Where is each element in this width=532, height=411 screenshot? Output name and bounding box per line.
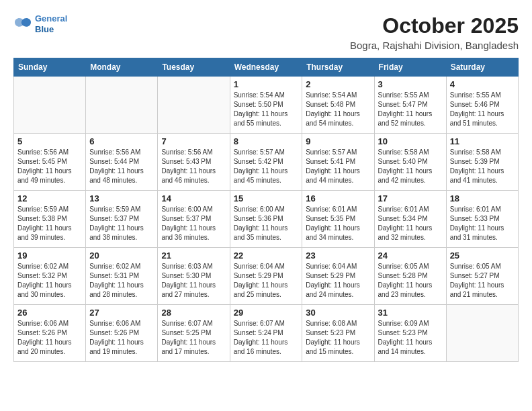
day-number: 8 xyxy=(234,136,299,146)
day-cell-30: 30Sunrise: 6:08 AM Sunset: 5:23 PM Dayli… xyxy=(302,305,374,362)
weekday-header-wednesday: Wednesday xyxy=(230,58,302,77)
day-info: Sunrise: 5:59 AM Sunset: 5:37 PM Dayligh… xyxy=(89,205,154,242)
day-info: Sunrise: 5:58 AM Sunset: 5:39 PM Dayligh… xyxy=(450,148,515,185)
day-info: Sunrise: 6:03 AM Sunset: 5:30 PM Dayligh… xyxy=(161,262,226,300)
day-cell-8: 8Sunrise: 5:57 AM Sunset: 5:42 PM Daylig… xyxy=(230,134,302,191)
day-cell-7: 7Sunrise: 5:56 AM Sunset: 5:43 PM Daylig… xyxy=(158,134,230,191)
day-number: 5 xyxy=(17,136,82,146)
day-cell-13: 13Sunrise: 5:59 AM Sunset: 5:37 PM Dayli… xyxy=(86,191,158,248)
weekday-header-friday: Friday xyxy=(374,58,446,77)
day-info: Sunrise: 6:00 AM Sunset: 5:36 PM Dayligh… xyxy=(234,205,299,242)
empty-cell xyxy=(446,305,518,362)
day-number: 4 xyxy=(450,79,515,89)
day-number: 20 xyxy=(89,250,154,261)
day-info: Sunrise: 5:54 AM Sunset: 5:50 PM Dayligh… xyxy=(234,91,299,128)
day-cell-27: 27Sunrise: 6:06 AM Sunset: 5:26 PM Dayli… xyxy=(86,305,158,362)
day-number: 16 xyxy=(306,193,370,203)
day-info: Sunrise: 6:07 AM Sunset: 5:25 PM Dayligh… xyxy=(161,319,226,357)
title-block: October 2025 Bogra, Rajshahi Division, B… xyxy=(350,13,519,51)
day-number: 25 xyxy=(450,250,515,261)
day-number: 23 xyxy=(306,250,370,261)
calendar-title: October 2025 xyxy=(350,13,519,38)
day-cell-17: 17Sunrise: 6:01 AM Sunset: 5:34 PM Dayli… xyxy=(374,191,446,248)
day-info: Sunrise: 6:01 AM Sunset: 5:34 PM Dayligh… xyxy=(378,205,443,242)
day-cell-5: 5Sunrise: 5:56 AM Sunset: 5:45 PM Daylig… xyxy=(14,134,86,191)
day-cell-9: 9Sunrise: 5:57 AM Sunset: 5:41 PM Daylig… xyxy=(302,134,374,191)
day-number: 29 xyxy=(234,308,299,318)
weekday-header-thursday: Thursday xyxy=(302,58,374,77)
day-info: Sunrise: 6:05 AM Sunset: 5:28 PM Dayligh… xyxy=(378,262,443,300)
logo-text: General Blue xyxy=(35,13,67,34)
empty-cell xyxy=(86,77,158,134)
day-info: Sunrise: 5:56 AM Sunset: 5:45 PM Dayligh… xyxy=(17,148,82,185)
day-cell-14: 14Sunrise: 6:00 AM Sunset: 5:37 PM Dayli… xyxy=(158,191,230,248)
day-cell-16: 16Sunrise: 6:01 AM Sunset: 5:35 PM Dayli… xyxy=(302,191,374,248)
day-number: 13 xyxy=(89,193,154,203)
day-number: 17 xyxy=(378,193,443,203)
day-number: 15 xyxy=(234,193,299,203)
day-number: 21 xyxy=(161,250,226,261)
day-info: Sunrise: 5:54 AM Sunset: 5:48 PM Dayligh… xyxy=(306,91,370,128)
day-info: Sunrise: 6:07 AM Sunset: 5:24 PM Dayligh… xyxy=(234,319,299,357)
day-info: Sunrise: 6:02 AM Sunset: 5:31 PM Dayligh… xyxy=(89,262,154,300)
day-info: Sunrise: 6:04 AM Sunset: 5:29 PM Dayligh… xyxy=(306,262,370,300)
day-cell-22: 22Sunrise: 6:04 AM Sunset: 5:29 PM Dayli… xyxy=(230,248,302,305)
day-number: 10 xyxy=(378,136,443,146)
calendar-table: SundayMondayTuesdayWednesdayThursdayFrid… xyxy=(13,58,519,362)
week-row-5: 26Sunrise: 6:06 AM Sunset: 5:26 PM Dayli… xyxy=(14,305,519,362)
day-info: Sunrise: 6:05 AM Sunset: 5:27 PM Dayligh… xyxy=(450,262,515,300)
day-number: 26 xyxy=(17,308,82,318)
day-number: 30 xyxy=(306,308,370,318)
day-number: 6 xyxy=(89,136,154,146)
day-cell-29: 29Sunrise: 6:07 AM Sunset: 5:24 PM Dayli… xyxy=(230,305,302,362)
day-number: 22 xyxy=(234,250,299,261)
calendar-subtitle: Bogra, Rajshahi Division, Bangladesh xyxy=(350,40,519,51)
weekday-header-tuesday: Tuesday xyxy=(158,58,230,77)
day-info: Sunrise: 6:01 AM Sunset: 5:35 PM Dayligh… xyxy=(306,205,370,242)
day-info: Sunrise: 5:55 AM Sunset: 5:47 PM Dayligh… xyxy=(378,91,443,128)
day-number: 3 xyxy=(378,79,443,89)
day-cell-10: 10Sunrise: 5:58 AM Sunset: 5:40 PM Dayli… xyxy=(374,134,446,191)
day-number: 18 xyxy=(450,193,515,203)
day-info: Sunrise: 6:06 AM Sunset: 5:26 PM Dayligh… xyxy=(17,319,82,357)
day-info: Sunrise: 5:57 AM Sunset: 5:42 PM Dayligh… xyxy=(234,148,299,185)
day-info: Sunrise: 6:00 AM Sunset: 5:37 PM Dayligh… xyxy=(161,205,226,242)
day-cell-2: 2Sunrise: 5:54 AM Sunset: 5:48 PM Daylig… xyxy=(302,77,374,134)
day-number: 2 xyxy=(306,79,370,89)
day-number: 31 xyxy=(378,308,443,318)
day-cell-19: 19Sunrise: 6:02 AM Sunset: 5:32 PM Dayli… xyxy=(14,248,86,305)
day-number: 27 xyxy=(89,308,154,318)
day-cell-26: 26Sunrise: 6:06 AM Sunset: 5:26 PM Dayli… xyxy=(14,305,86,362)
empty-cell xyxy=(14,77,86,134)
day-cell-11: 11Sunrise: 5:58 AM Sunset: 5:39 PM Dayli… xyxy=(446,134,518,191)
day-cell-31: 31Sunrise: 6:09 AM Sunset: 5:23 PM Dayli… xyxy=(374,305,446,362)
day-number: 11 xyxy=(450,136,515,146)
day-info: Sunrise: 5:56 AM Sunset: 5:43 PM Dayligh… xyxy=(161,148,226,185)
day-cell-4: 4Sunrise: 5:55 AM Sunset: 5:46 PM Daylig… xyxy=(446,77,518,134)
day-cell-23: 23Sunrise: 6:04 AM Sunset: 5:29 PM Dayli… xyxy=(302,248,374,305)
day-info: Sunrise: 6:08 AM Sunset: 5:23 PM Dayligh… xyxy=(306,319,370,357)
weekday-header-saturday: Saturday xyxy=(446,58,518,77)
day-number: 9 xyxy=(306,136,370,146)
day-info: Sunrise: 6:04 AM Sunset: 5:29 PM Dayligh… xyxy=(234,262,299,300)
week-row-1: 1Sunrise: 5:54 AM Sunset: 5:50 PM Daylig… xyxy=(14,77,519,134)
day-info: Sunrise: 5:56 AM Sunset: 5:44 PM Dayligh… xyxy=(89,148,154,185)
day-number: 14 xyxy=(161,193,226,203)
day-number: 1 xyxy=(234,79,299,89)
logo-icon xyxy=(13,17,32,32)
day-cell-20: 20Sunrise: 6:02 AM Sunset: 5:31 PM Dayli… xyxy=(86,248,158,305)
day-cell-3: 3Sunrise: 5:55 AM Sunset: 5:47 PM Daylig… xyxy=(374,77,446,134)
day-info: Sunrise: 6:06 AM Sunset: 5:26 PM Dayligh… xyxy=(89,319,154,357)
day-number: 12 xyxy=(17,193,82,203)
empty-cell xyxy=(158,77,230,134)
day-cell-6: 6Sunrise: 5:56 AM Sunset: 5:44 PM Daylig… xyxy=(86,134,158,191)
day-info: Sunrise: 5:55 AM Sunset: 5:46 PM Dayligh… xyxy=(450,91,515,128)
weekday-header-monday: Monday xyxy=(86,58,158,77)
day-info: Sunrise: 5:58 AM Sunset: 5:40 PM Dayligh… xyxy=(378,148,443,185)
week-row-3: 12Sunrise: 5:59 AM Sunset: 5:38 PM Dayli… xyxy=(14,191,519,248)
day-cell-12: 12Sunrise: 5:59 AM Sunset: 5:38 PM Dayli… xyxy=(14,191,86,248)
day-number: 7 xyxy=(161,136,226,146)
day-info: Sunrise: 6:02 AM Sunset: 5:32 PM Dayligh… xyxy=(17,262,82,300)
week-row-4: 19Sunrise: 6:02 AM Sunset: 5:32 PM Dayli… xyxy=(14,248,519,305)
day-cell-25: 25Sunrise: 6:05 AM Sunset: 5:27 PM Dayli… xyxy=(446,248,518,305)
